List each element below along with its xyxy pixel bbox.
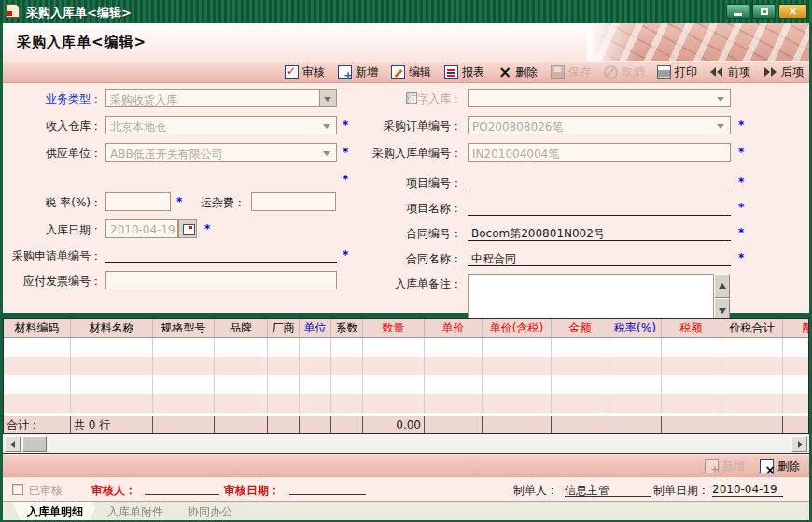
toolbar-button[interactable]: 编辑	[391, 64, 431, 80]
table-cell	[425, 375, 483, 394]
toolbar-buttons: 审核新增编辑报表删除保存取消打印前项后项	[3, 61, 809, 83]
horizontal-scrollbar[interactable]	[3, 434, 809, 454]
table-cell	[662, 394, 721, 413]
make-date-value: 2010-04-19	[712, 483, 783, 497]
scroll-right-icon[interactable]	[791, 436, 807, 452]
contract-name-input[interactable]: 中程合同	[468, 248, 731, 266]
toolbar-button[interactable]: 打印	[657, 64, 697, 80]
table-cell	[425, 357, 483, 375]
close-icon: ×	[788, 6, 797, 17]
scroll-left-icon[interactable]	[5, 436, 21, 452]
table-body	[4, 338, 808, 416]
table-cell	[483, 394, 552, 413]
column-header[interactable]: 配置参数	[783, 319, 808, 338]
detail-delete-button[interactable]: 删除	[760, 459, 800, 474]
column-header[interactable]: 税率(%)	[609, 319, 662, 338]
table-cell	[268, 394, 300, 413]
column-header[interactable]: 品牌	[215, 319, 268, 338]
detail-add-button[interactable]: 新增	[705, 459, 745, 474]
table-row	[4, 375, 808, 394]
table-cell	[331, 375, 363, 394]
storage-no-input[interactable]: IN201004004笔	[468, 143, 731, 162]
remark-textarea[interactable]	[468, 274, 714, 322]
report-icon	[444, 65, 458, 79]
column-header[interactable]: 单价(含税)	[483, 319, 552, 338]
page-title: 采购入库单<编辑>	[17, 34, 147, 51]
maximize-button[interactable]	[752, 4, 776, 19]
column-header[interactable]: 单价	[425, 319, 483, 338]
field-label: 红字入库：	[348, 92, 462, 107]
audit-date-field[interactable]	[289, 483, 366, 495]
table-cell	[609, 394, 662, 413]
delete-icon	[760, 459, 774, 473]
column-header[interactable]: 材料名称	[71, 319, 153, 338]
save-icon	[551, 65, 565, 79]
column-header[interactable]: 税额	[662, 319, 721, 338]
toolbar-button[interactable]: 审核	[285, 64, 325, 80]
table-cell	[483, 375, 552, 394]
field-label: 采购订单编号：	[348, 119, 462, 134]
toolbar-button-label: 打印	[675, 64, 697, 80]
table-cell	[783, 357, 808, 375]
table-cell	[363, 357, 425, 375]
toolbar-button[interactable]: 报表	[444, 64, 484, 80]
table-cell	[609, 357, 662, 375]
table-cell	[331, 394, 363, 413]
table-cell	[662, 338, 721, 357]
toolbar-button[interactable]: 前项	[710, 64, 750, 80]
column-header[interactable]: 价税合计	[721, 319, 783, 338]
delete-icon	[497, 65, 511, 79]
toolbar-button-label: 取消	[622, 64, 644, 80]
toolbar-button[interactable]: 删除	[497, 64, 538, 80]
table-row	[4, 338, 808, 357]
minimize-icon	[734, 13, 742, 16]
toolbar-button[interactable]: 取消	[604, 64, 644, 80]
bottom-tab[interactable]: 协同办公	[173, 502, 247, 520]
scrollbar-thumb[interactable]	[22, 436, 47, 452]
table-totals: 合计：共 0 行0.00	[4, 416, 808, 433]
totals-cell	[662, 416, 721, 433]
table-cell	[783, 375, 808, 394]
column-header[interactable]: 数量	[363, 319, 425, 338]
column-header[interactable]: 厂商	[268, 319, 300, 338]
table-cell	[425, 338, 483, 357]
table-cell	[783, 394, 808, 413]
column-header[interactable]: 材料编码	[4, 319, 71, 338]
audited-checkbox[interactable]	[12, 484, 23, 495]
material-grid: 材料编码材料名称规格型号品牌厂商单位系数数量单价单价(含税)金额税率(%)税额价…	[3, 318, 809, 434]
table-cell	[721, 338, 783, 357]
project-name-input[interactable]	[468, 198, 731, 216]
toolbar-button[interactable]: 保存	[551, 64, 591, 80]
order-no-select[interactable]: PO200808026笔	[468, 116, 731, 134]
bottom-tab[interactable]: 入库单附件	[92, 502, 178, 520]
edit-icon	[391, 65, 405, 79]
red-entry-select[interactable]	[468, 89, 731, 107]
column-header[interactable]: 金额	[552, 319, 609, 338]
toolbar-button[interactable]: 后项	[763, 64, 804, 80]
toolbar-button[interactable]: 新增	[338, 64, 378, 80]
table-cell	[268, 357, 300, 375]
table-cell	[609, 375, 662, 394]
decorative-image	[587, 23, 809, 61]
minimize-button[interactable]	[726, 4, 749, 19]
required-marker: *	[738, 226, 744, 239]
required-marker: *	[738, 176, 744, 189]
totals-cell	[552, 416, 609, 433]
contract-no-value: Bocom第200801N002号	[471, 226, 605, 242]
column-header[interactable]: 系数	[331, 319, 363, 338]
table-cell	[662, 357, 721, 375]
totals-cell	[721, 416, 783, 433]
contract-no-input[interactable]: Bocom第200801N002号	[468, 223, 731, 241]
table-cell	[215, 394, 268, 413]
table-cell	[215, 375, 268, 394]
bottom-tab[interactable]: 入库单明细	[12, 502, 98, 520]
field-label: 项目编号：	[348, 176, 462, 191]
column-header[interactable]: 单位	[300, 319, 331, 338]
scroll-up-icon[interactable]	[714, 274, 730, 298]
table-cell	[300, 375, 331, 394]
project-no-input[interactable]	[468, 173, 731, 190]
toolbar-button-label: 保存	[568, 64, 591, 80]
column-header[interactable]: 规格型号	[153, 319, 215, 338]
auditor-field[interactable]	[145, 483, 219, 495]
close-button[interactable]: ×	[778, 4, 807, 19]
